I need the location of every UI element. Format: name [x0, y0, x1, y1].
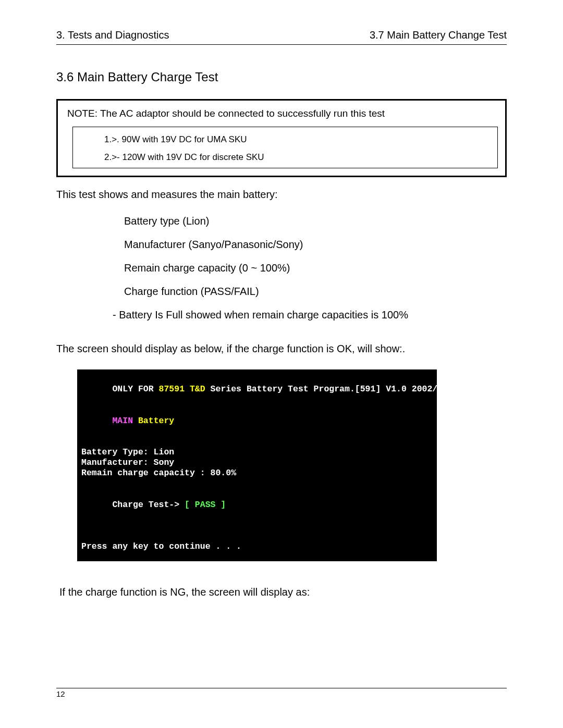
footer-rule: [56, 688, 507, 688]
terminal-screenshot: ONLY FOR 87591 T&D Series Battery Test P…: [77, 369, 437, 561]
note-inner-box: 1.>. 90W with 19V DC for UMA SKU 2.>- 12…: [72, 127, 498, 168]
term-blank: [81, 531, 433, 541]
term-blank: [81, 437, 433, 447]
note-heading: NOTE: The AC adaptor should be connected…: [67, 108, 498, 119]
page-number: 12: [56, 689, 65, 698]
note-line: 2.>- 120W with 19V DC for discrete SKU: [104, 152, 490, 163]
term-text: ONLY FOR: [112, 384, 158, 394]
term-text: Series Battery Test Program.[591] V1.0 2…: [205, 384, 463, 394]
term-blank: [81, 478, 433, 489]
spec-note: - Battery Is Full showed when remain cha…: [113, 309, 507, 321]
pre-terminal-text: The screen should display as below, if t…: [56, 343, 507, 355]
section-title: 3.6 Main Battery Charge Test: [56, 70, 507, 84]
note-box: NOTE: The AC adaptor should be connected…: [56, 99, 507, 177]
spec-item: Battery type (Lion): [124, 215, 507, 227]
term-blank: [81, 521, 433, 531]
intro-text: This test shows and measures the main ba…: [56, 189, 507, 201]
term-label: MAIN: [112, 416, 133, 426]
term-text: Press any key to continue . . .: [81, 541, 433, 552]
header-left: 3. Tests and Diagnostics: [56, 29, 169, 41]
spec-item: Remain charge capacity (0 ~ 100%): [124, 262, 507, 274]
spec-item: Charge function (PASS/FAIL): [124, 286, 507, 298]
header-right: 3.7 Main Battery Change Test: [370, 29, 507, 41]
term-pass: [ PASS ]: [185, 500, 226, 510]
term-text: Manufacturer: Sony: [81, 458, 433, 468]
page-header: 3. Tests and Diagnostics 3.7 Main Batter…: [56, 29, 507, 41]
term-text: Remain charge capacity : 80.0%: [81, 468, 433, 478]
spec-item: Manufacturer (Sanyo/Panasonic/Sony): [124, 239, 507, 251]
post-terminal-text: If the charge function is NG, the screen…: [59, 586, 507, 598]
document-page: 3. Tests and Diagnostics 3.7 Main Batter…: [0, 0, 563, 728]
term-text: Charge Test->: [112, 500, 185, 510]
term-highlight: Battery: [133, 416, 174, 426]
term-highlight: 87591 T&D: [159, 384, 205, 394]
term-text: Battery Type: Lion: [81, 447, 433, 458]
header-rule: [56, 44, 507, 45]
spec-list: Battery type (Lion) Manufacturer (Sanyo/…: [56, 215, 507, 321]
note-line: 1.>. 90W with 19V DC for UMA SKU: [104, 134, 490, 145]
page-footer: 12: [56, 688, 507, 699]
